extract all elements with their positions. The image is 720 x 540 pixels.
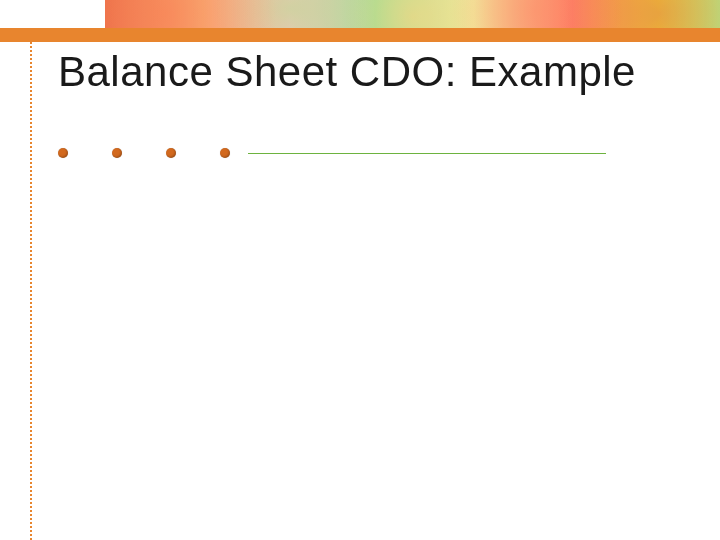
orange-divider-bar xyxy=(0,28,720,42)
horizontal-rule xyxy=(248,153,606,154)
vertical-dotted-rule xyxy=(30,42,32,540)
decorative-banner xyxy=(105,0,720,28)
bullet-icon xyxy=(58,148,68,158)
bullet-icon xyxy=(166,148,176,158)
bullet-row xyxy=(58,148,606,158)
slide-title: Balance Sheet CDO: Example xyxy=(58,48,636,96)
bullet-icon xyxy=(112,148,122,158)
bullet-icon xyxy=(220,148,230,158)
